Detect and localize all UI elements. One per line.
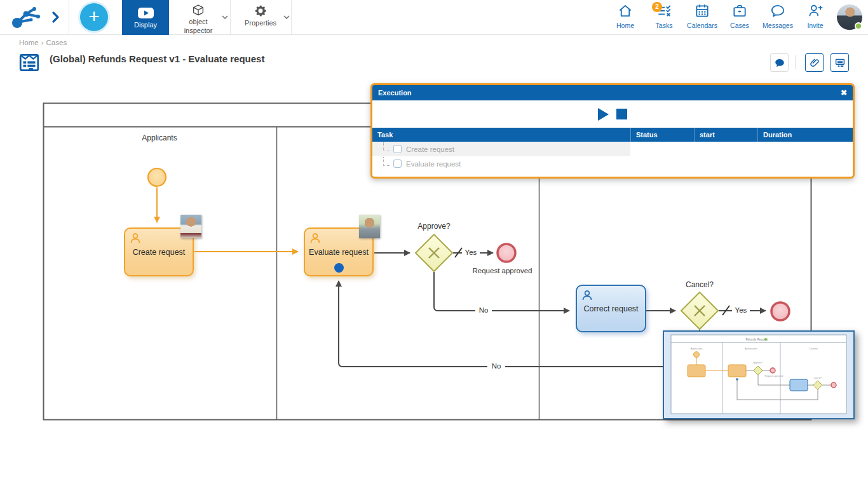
expand-nav-chevron-icon[interactable] <box>48 10 62 24</box>
home-icon <box>617 3 634 19</box>
calendar-icon <box>694 3 710 19</box>
execution-toolbar <box>372 100 853 128</box>
svg-text:Request approved: Request approved <box>765 375 783 377</box>
cancel-end-event[interactable] <box>771 302 789 320</box>
assignee-avatar-evaluate[interactable] <box>359 215 380 238</box>
top-toolbar: + Display object inspector Proper <box>0 0 868 35</box>
correct-request-task[interactable]: Correct request <box>576 285 646 332</box>
row-task-label: Evaluate request <box>406 160 461 168</box>
nav-calendars[interactable]: Calendars <box>682 3 722 29</box>
invite-person-icon <box>807 3 824 19</box>
cancel-gateway-label: Cancel? <box>674 280 725 289</box>
create-request-label: Create request <box>133 248 186 257</box>
correct-request-label: Correct request <box>583 304 638 313</box>
column-status: Status <box>630 128 694 142</box>
monitor-icon <box>834 57 846 69</box>
svg-text:Approve?: Approve? <box>754 362 763 364</box>
nav-calendars-label: Calendars <box>682 22 722 29</box>
breadcrumb: Home›Cases <box>19 39 67 46</box>
stop-button[interactable] <box>616 109 627 119</box>
display-panel-button[interactable] <box>831 53 849 72</box>
column-task: Task <box>372 128 630 142</box>
message-bubble-icon <box>770 3 786 19</box>
execution-panel[interactable]: Execution ✖ Task Status start Duration C… <box>370 83 855 179</box>
evaluate-request-label: Evaluate request <box>309 248 369 257</box>
properties-button[interactable]: Properties <box>231 0 290 35</box>
gear-icon <box>254 4 268 18</box>
approve-gateway-label: Approve? <box>409 222 459 231</box>
breadcrumb-home[interactable]: Home <box>19 39 39 46</box>
add-button[interactable]: + <box>80 3 108 31</box>
nav-tasks-label: Tasks <box>646 22 682 29</box>
minimap-lane-2: Authorizers <box>745 347 757 350</box>
table-row-create-request[interactable]: Create request <box>372 142 853 156</box>
properties-label: Properties <box>245 19 276 27</box>
process-minimap[interactable]: Refunds Request Applicants Authorizers C… <box>663 330 855 419</box>
paperclip-icon <box>809 57 820 69</box>
case-document-icon <box>18 51 41 74</box>
approve-no-label: No <box>475 306 492 314</box>
column-start: start <box>694 128 757 142</box>
chevron-down-icon[interactable] <box>221 15 229 20</box>
row-task-label: Create request <box>406 146 454 153</box>
nav-cases-label: Cases <box>722 22 757 29</box>
create-request-checkbox[interactable] <box>393 145 402 153</box>
nav-messages-label: Messages <box>758 22 797 29</box>
nav-home[interactable]: Home <box>607 3 644 29</box>
briefcase-icon <box>731 3 748 19</box>
nav-cases[interactable]: Cases <box>722 3 757 29</box>
display-label: Display <box>134 21 157 29</box>
cancel-gateway-shape[interactable] <box>681 292 718 329</box>
nav-messages[interactable]: Messages <box>758 3 797 29</box>
display-play-icon <box>137 7 154 19</box>
attachments-button[interactable] <box>805 53 824 72</box>
nav-tasks[interactable]: 2 Tasks <box>646 3 682 29</box>
start-event[interactable] <box>148 168 166 186</box>
nav-invite-label: Invite <box>799 22 832 29</box>
approve-gateway-shape[interactable] <box>416 234 452 271</box>
cancel-no-label: No <box>487 362 505 370</box>
app-screen: + Display object inspector Proper <box>0 0 868 488</box>
minimap-canvas: Refunds Request Applicants Authorizers C… <box>664 332 853 418</box>
chat-bubble-icon <box>774 57 785 69</box>
toolbar-divider <box>69 0 69 35</box>
evaluate-request-checkbox[interactable] <box>393 159 402 168</box>
nav-home-label: Home <box>607 22 644 29</box>
minimap-lane-3: Cashier <box>809 347 818 350</box>
display-button[interactable]: Display <box>122 0 169 35</box>
app-logo-icon[interactable] <box>10 5 43 30</box>
svg-text:Cancel?: Cancel? <box>814 377 822 379</box>
column-duration: Duration <box>757 128 853 142</box>
cube-icon <box>191 4 206 17</box>
tasks-badge: 2 <box>652 2 662 12</box>
close-icon[interactable]: ✖ <box>841 88 847 97</box>
play-button[interactable] <box>598 108 609 121</box>
user-task-icon <box>129 232 142 245</box>
nav-invite[interactable]: Invite <box>799 3 832 29</box>
toolbar-divider <box>291 0 292 35</box>
execution-panel-title: Execution <box>378 89 412 97</box>
comments-button[interactable] <box>770 53 789 72</box>
active-token-indicator <box>334 263 344 273</box>
approve-yes-label: Yes <box>462 248 480 256</box>
minimap-lane-1: Applicants <box>691 347 702 350</box>
user-task-icon <box>581 289 593 302</box>
breadcrumb-separator: › <box>41 39 44 46</box>
execution-panel-titlebar: Execution ✖ <box>372 85 853 100</box>
assignee-avatar-create[interactable] <box>180 215 201 238</box>
chevron-down-icon[interactable] <box>283 15 290 20</box>
header-divider <box>796 55 796 69</box>
user-task-icon <box>309 232 322 245</box>
breadcrumb-cases[interactable]: Cases <box>46 39 67 46</box>
row-empty-cells <box>630 156 853 171</box>
table-row-evaluate-request[interactable]: Evaluate request <box>372 156 853 171</box>
object-inspector-label-2: inspector <box>184 27 213 35</box>
object-inspector-button[interactable]: object inspector <box>169 0 227 35</box>
row-empty-cells <box>630 142 853 156</box>
tree-elbow <box>383 142 390 151</box>
request-approved-end-event[interactable] <box>498 244 515 262</box>
page-title: (Global) Refunds Request v1 - Evaluate r… <box>50 53 264 64</box>
execution-table-header: Task Status start Duration <box>372 128 853 142</box>
object-inspector-label-1: object <box>189 18 207 26</box>
lane-label-applicants: Applicants <box>109 133 210 142</box>
